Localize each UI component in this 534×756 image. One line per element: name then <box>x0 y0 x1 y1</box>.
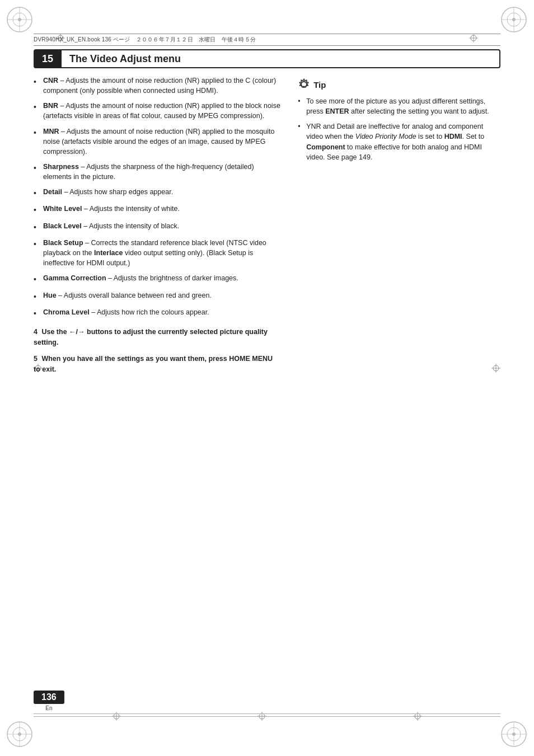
bullet-text: BNR – Adjusts the amount of noise reduct… <box>43 101 281 121</box>
bullet-dot: • <box>34 308 40 319</box>
tip-label: Tip <box>313 80 326 90</box>
tip-item-1: • To see more of the picture as you adju… <box>298 96 500 116</box>
tip-icon <box>298 78 310 91</box>
corner-deco-tr <box>499 4 530 37</box>
tip-bullet-1: • <box>298 96 303 106</box>
list-item: • Sharpness – Adjusts the sharpness of t… <box>34 162 281 182</box>
list-item: • Black Level – Adjusts the intensity of… <box>34 221 281 233</box>
bullet-dot: • <box>34 274 40 285</box>
list-item: • Hue – Adjusts overall balance between … <box>34 290 281 302</box>
tip-header: Tip <box>298 78 500 91</box>
bullet-dot: • <box>34 187 40 199</box>
bullet-dot: • <box>34 238 40 250</box>
bullet-text: Hue – Adjusts overall balance between re… <box>43 290 212 300</box>
tip-bullet-2: • <box>298 121 303 132</box>
corner-deco-tl <box>4 4 35 37</box>
page-footer: 136 En <box>34 691 64 711</box>
list-item: • Detail – Adjusts how sharp edges appea… <box>34 187 281 199</box>
list-item: • MNR – Adjusts the amount of noise redu… <box>34 126 281 157</box>
header-file-info: DVR940HX_UK_EN.book 136 ページ ２００６年７月１２日 水… <box>34 36 256 44</box>
list-item: • CNR – Adjusts the amount of noise redu… <box>34 76 281 96</box>
step-4-number: 4 <box>34 328 38 336</box>
bullet-text: CNR – Adjusts the amount of noise reduct… <box>43 76 281 96</box>
step-5: 5 When you have all the settings as you … <box>34 354 281 375</box>
bullet-text: Chroma Level – Adjusts how rich the colo… <box>43 307 209 317</box>
bullet-list: • CNR – Adjusts the amount of noise redu… <box>34 76 281 319</box>
corner-deco-br <box>499 719 530 752</box>
right-column: Tip • To see more of the picture as you … <box>298 76 500 374</box>
chapter-number: 15 <box>34 49 62 68</box>
header-bar: DVR940HX_UK_EN.book 136 ページ ２００６年７月１２日 水… <box>34 34 500 46</box>
bullet-text: White Level – Adjusts the intensity of w… <box>43 204 180 214</box>
list-item: • Black Setup – Corrects the standard re… <box>34 238 281 268</box>
step-4-text: Use the ←/→ buttons to adjust the curren… <box>34 328 268 346</box>
left-column: • CNR – Adjusts the amount of noise redu… <box>34 76 281 374</box>
step-5-number: 5 <box>34 355 38 363</box>
step-4: 4 Use the ←/→ buttons to adjust the curr… <box>34 327 281 348</box>
chapter-title-box: The Video Adjust menu <box>62 49 500 68</box>
bullet-text: Black Level – Adjusts the intensity of b… <box>43 221 179 231</box>
bullet-text: MNR – Adjusts the amount of noise reduct… <box>43 126 281 157</box>
chapter-header: 15 The Video Adjust menu <box>34 49 500 68</box>
step-5-text: When you have all the settings as you wa… <box>34 355 273 373</box>
main-content: • CNR – Adjusts the amount of noise redu… <box>34 76 500 374</box>
tip-box: Tip • To see more of the picture as you … <box>298 78 500 162</box>
bullet-dot: • <box>34 127 40 138</box>
bullet-dot: • <box>34 222 40 233</box>
bullet-dot: • <box>34 204 40 215</box>
tip-list: • To see more of the picture as you adju… <box>298 96 500 162</box>
chapter-title: The Video Adjust menu <box>69 53 181 65</box>
page-number: 136 <box>34 691 64 704</box>
corner-deco-bl <box>4 719 35 752</box>
bullet-text: Detail – Adjusts how sharp edges appear. <box>43 187 173 197</box>
list-item: • Chroma Level – Adjusts how rich the co… <box>34 307 281 319</box>
footer-rule-top <box>34 713 500 714</box>
bullet-dot: • <box>34 162 40 173</box>
tip-text-1: To see more of the picture as you adjust… <box>306 96 500 116</box>
bullet-text: Sharpness – Adjusts the sharpness of the… <box>43 162 281 182</box>
list-item: • BNR – Adjusts the amount of noise redu… <box>34 101 281 121</box>
list-item: • Gamma Correction – Adjusts the brightn… <box>34 273 281 285</box>
page: DVR940HX_UK_EN.book 136 ページ ２００６年７月１２日 水… <box>0 0 534 756</box>
tip-text-2: YNR and Detail are ineffective for analo… <box>306 121 500 162</box>
list-item: • White Level – Adjusts the intensity of… <box>34 204 281 215</box>
bullet-dot: • <box>34 291 40 302</box>
bullet-text: Gamma Correction – Adjusts the brightnes… <box>43 273 238 283</box>
bullet-text: Black Setup – Corrects the standard refe… <box>43 238 281 268</box>
footer-rule-bottom <box>34 716 500 717</box>
bullet-dot: • <box>34 101 40 112</box>
page-sub-label: En <box>45 705 52 711</box>
tip-item-2: • YNR and Detail are ineffective for ana… <box>298 121 500 162</box>
bullet-dot: • <box>34 76 40 87</box>
